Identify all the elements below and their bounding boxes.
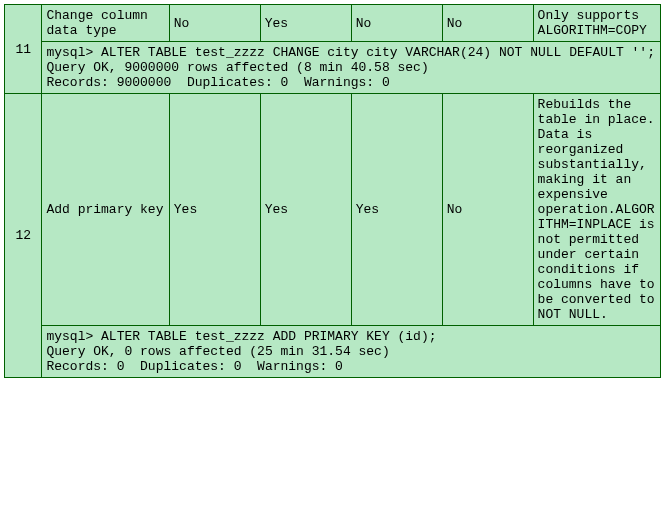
cell-inplace: No bbox=[169, 5, 260, 42]
table-row: 12 Add primary key Yes Yes Yes No Rebuil… bbox=[5, 94, 661, 326]
cell-inplace: Yes bbox=[169, 94, 260, 326]
cell-rebuild: Yes bbox=[260, 5, 351, 42]
cell-operation: Add primary key bbox=[42, 94, 169, 326]
table-row: 11 Change column data type No Yes No No … bbox=[5, 5, 661, 42]
cell-operation: Change column data type bbox=[42, 5, 169, 42]
table-row-cmd: mysql> ALTER TABLE test_zzzz CHANGE city… bbox=[5, 42, 661, 94]
cell-metadata: No bbox=[442, 94, 533, 326]
cell-concurrent: No bbox=[351, 5, 442, 42]
table-row-cmd: mysql> ALTER TABLE test_zzzz ADD PRIMARY… bbox=[5, 326, 661, 378]
row-number: 11 bbox=[5, 5, 42, 94]
cell-notes: Rebuilds the table in place. Data is reo… bbox=[533, 94, 660, 326]
cell-command: mysql> ALTER TABLE test_zzzz ADD PRIMARY… bbox=[42, 326, 661, 378]
cell-rebuild: Yes bbox=[260, 94, 351, 326]
operations-table: 11 Change column data type No Yes No No … bbox=[4, 4, 661, 378]
cell-metadata: No bbox=[442, 5, 533, 42]
cell-concurrent: Yes bbox=[351, 94, 442, 326]
row-number: 12 bbox=[5, 94, 42, 378]
cell-command: mysql> ALTER TABLE test_zzzz CHANGE city… bbox=[42, 42, 661, 94]
cell-notes: Only supports ALGORITHM=COPY bbox=[533, 5, 660, 42]
